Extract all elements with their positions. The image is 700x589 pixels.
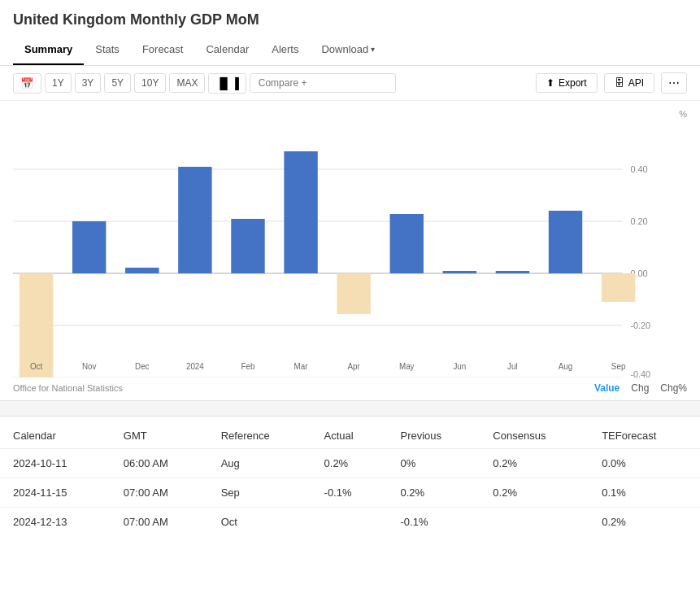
- value-tab-chg[interactable]: Chg: [631, 382, 649, 394]
- col-consensus: Consensus: [480, 423, 589, 449]
- value-tabs: Value Chg Chg%: [594, 382, 687, 394]
- chart-footer: Office for National Statistics Value Chg…: [0, 377, 700, 397]
- cell-actual: [311, 508, 388, 537]
- cell-gmt: 07:00 AM: [111, 478, 208, 508]
- cell-teforecast: 0.2%: [589, 508, 700, 537]
- cell-gmt: 06:00 AM: [111, 449, 208, 478]
- chart-svg: 0.40 0.20 0.00 -0.20 -0.40 Oct Nov Dec 2…: [13, 117, 654, 377]
- chart-area: % 0.40 0.20 0.00 -0.20 -0.40 Oct Nov: [0, 101, 700, 377]
- svg-text:Aug: Aug: [559, 362, 573, 371]
- table-row: 2024-10-11 06:00 AM Aug 0.2% 0% 0.2% 0.0…: [0, 449, 700, 478]
- svg-text:-0.20: -0.20: [630, 321, 650, 330]
- bar-nov: [72, 221, 106, 273]
- cell-reference: Oct: [208, 508, 311, 537]
- toolbar: 📅 1Y 3Y 5Y 10Y MAX ▐▌▐ ⬆ Export 🗄 API ⋯: [0, 66, 700, 101]
- api-icon: 🗄: [615, 77, 624, 89]
- calendar-icon: 📅: [20, 77, 34, 89]
- page-title: United Kingdom Monthly GDP MoM: [0, 0, 700, 35]
- col-teforecast: TEForecast: [589, 423, 700, 449]
- col-gmt: GMT: [111, 423, 208, 449]
- tab-calendar[interactable]: Calendar: [194, 35, 260, 65]
- pct-label: %: [679, 109, 687, 119]
- bar-apr: [337, 273, 370, 314]
- compare-input[interactable]: [250, 73, 396, 93]
- api-label: API: [628, 77, 644, 89]
- export-button[interactable]: ⬆ Export: [536, 73, 598, 93]
- svg-text:Dec: Dec: [135, 362, 150, 371]
- bar-sep: [602, 273, 635, 302]
- svg-text:0.20: 0.20: [630, 216, 647, 226]
- api-button[interactable]: 🗄 API: [604, 73, 654, 93]
- divider: [0, 400, 700, 417]
- bar-aug: [549, 211, 582, 273]
- toolbar-left: 📅 1Y 3Y 5Y 10Y MAX ▐▌▐: [13, 73, 396, 94]
- cell-calendar: 2024-10-11: [0, 449, 111, 478]
- tab-alerts[interactable]: Alerts: [260, 35, 310, 65]
- svg-text:Sep: Sep: [611, 362, 626, 371]
- data-table: Calendar GMT Reference Actual Previous C…: [0, 423, 700, 536]
- col-calendar: Calendar: [0, 423, 111, 449]
- chart-container: 0.40 0.20 0.00 -0.20 -0.40 Oct Nov Dec 2…: [13, 117, 654, 377]
- timeframe-max[interactable]: MAX: [169, 73, 205, 93]
- cell-actual: 0.2%: [311, 449, 388, 478]
- nav-tabs: Summary Stats Forecast Calendar Alerts D…: [0, 35, 700, 66]
- timeframe-1y[interactable]: 1Y: [45, 73, 72, 93]
- svg-text:Apr: Apr: [347, 362, 360, 371]
- cell-previous: 0.2%: [388, 478, 480, 508]
- col-reference: Reference: [208, 423, 311, 449]
- timeframe-10y[interactable]: 10Y: [134, 73, 166, 93]
- cell-consensus: 0.2%: [480, 478, 589, 508]
- tab-stats[interactable]: Stats: [84, 35, 131, 65]
- chart-type-button[interactable]: ▐▌▐: [208, 73, 246, 94]
- svg-text:Jul: Jul: [507, 362, 518, 371]
- chevron-down-icon: ▾: [371, 45, 375, 54]
- svg-text:Mar: Mar: [294, 362, 309, 371]
- cell-actual: -0.1%: [311, 478, 388, 508]
- export-icon: ⬆: [546, 77, 554, 89]
- cell-calendar: 2024-11-15: [0, 478, 111, 508]
- toolbar-right: ⬆ Export 🗄 API ⋯: [536, 72, 687, 94]
- bar-feb: [231, 219, 264, 273]
- svg-text:Jun: Jun: [453, 362, 466, 371]
- col-previous: Previous: [388, 423, 480, 449]
- cell-previous: -0.1%: [388, 508, 480, 537]
- svg-text:May: May: [399, 362, 415, 371]
- value-tab-value[interactable]: Value: [594, 382, 620, 394]
- svg-text:Nov: Nov: [82, 362, 97, 371]
- svg-text:0.40: 0.40: [630, 164, 647, 174]
- bar-mar: [284, 151, 317, 273]
- bar-chart-icon: ▐▌▐: [215, 77, 238, 89]
- svg-text:2024: 2024: [186, 362, 204, 371]
- calendar-date-button[interactable]: 📅: [13, 73, 41, 94]
- more-options-button[interactable]: ⋯: [661, 72, 687, 94]
- bar-jul: [496, 271, 529, 273]
- tab-download[interactable]: Download ▾: [310, 35, 386, 65]
- table-row: 2024-11-15 07:00 AM Sep -0.1% 0.2% 0.2% …: [0, 478, 700, 508]
- svg-text:Feb: Feb: [241, 362, 254, 371]
- table-row: 2024-12-13 07:00 AM Oct -0.1% 0.2%: [0, 508, 700, 537]
- value-tab-chgpct[interactable]: Chg%: [660, 382, 687, 394]
- cell-reference: Aug: [208, 449, 311, 478]
- cell-gmt: 07:00 AM: [111, 508, 208, 537]
- timeframe-3y[interactable]: 3Y: [75, 73, 102, 93]
- tab-forecast[interactable]: Forecast: [131, 35, 195, 65]
- svg-text:Oct: Oct: [30, 362, 43, 371]
- bar-jun: [443, 271, 476, 273]
- bar-may: [390, 214, 424, 273]
- bar-jan2024: [178, 167, 211, 273]
- cell-consensus: [480, 508, 589, 537]
- timeframe-5y[interactable]: 5Y: [104, 73, 131, 93]
- cell-calendar: 2024-12-13: [0, 508, 111, 537]
- export-label: Export: [559, 77, 587, 89]
- tab-summary[interactable]: Summary: [13, 35, 84, 65]
- cell-previous: 0%: [388, 449, 480, 478]
- svg-text:-0.40: -0.40: [630, 369, 650, 377]
- cell-consensus: 0.2%: [480, 449, 589, 478]
- col-actual: Actual: [311, 423, 388, 449]
- cell-reference: Sep: [208, 478, 311, 508]
- source-text: Office for National Statistics: [13, 383, 123, 393]
- cell-teforecast: 0.1%: [589, 478, 700, 508]
- cell-teforecast: 0.0%: [589, 449, 700, 478]
- bar-dec: [125, 268, 159, 273]
